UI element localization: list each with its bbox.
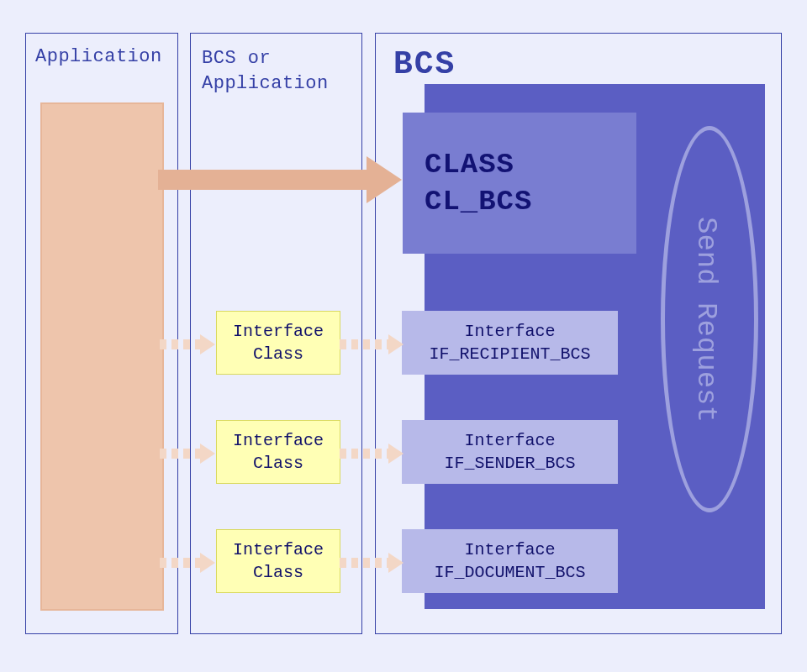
- arrow-shaft: [340, 339, 388, 349]
- arrow-iface3-to-document: [340, 553, 405, 573]
- bcs-interface-sender: Interface IF_SENDER_BCS: [402, 420, 618, 484]
- interface-class-line1: Interface: [217, 320, 340, 343]
- interface-class-line1: Interface: [217, 538, 340, 561]
- arrow-shaft: [340, 449, 388, 459]
- arrow-head-icon: [200, 553, 215, 573]
- bcs-interface-line1: Interface: [402, 538, 618, 561]
- arrow-head-icon: [388, 553, 404, 573]
- column-middle-title: BCS or Application: [202, 46, 329, 96]
- bcs-interface-line1: Interface: [402, 320, 618, 343]
- arrow-head-icon: [367, 156, 402, 203]
- arrow-head-icon: [388, 334, 404, 354]
- arrow-iface2-to-sender: [340, 444, 405, 464]
- column-application-title: Application: [35, 46, 162, 67]
- column-bcs-title: BCS: [393, 46, 456, 82]
- interface-class-line2: Class: [217, 561, 340, 584]
- class-box-line1: CLASS: [425, 146, 635, 183]
- diagram-stage: Application BCS or Application BCS CLASS…: [0, 0, 807, 672]
- bcs-interface-line2: IF_RECIPIENT_BCS: [402, 343, 618, 365]
- arrow-app-to-iface3: [160, 553, 217, 573]
- arrow-shaft: [160, 558, 200, 568]
- interface-class-line1: Interface: [217, 429, 340, 452]
- interface-class-line2: Class: [217, 452, 340, 475]
- arrow-head-icon: [388, 444, 404, 464]
- bcs-interface-line1: Interface: [402, 429, 618, 452]
- arrow-head-icon: [200, 334, 215, 354]
- arrow-iface1-to-recipient: [340, 334, 405, 354]
- interface-class-box-2: Interface Class: [216, 420, 340, 484]
- arrow-shaft: [158, 170, 368, 190]
- arrow-app-to-iface2: [160, 444, 217, 464]
- class-box-line2: CL_BCS: [425, 183, 635, 220]
- arrow-shaft: [160, 339, 200, 349]
- bcs-interface-recipient: Interface IF_RECIPIENT_BCS: [402, 311, 618, 375]
- application-body-bar: [40, 102, 164, 611]
- arrow-shaft: [160, 449, 200, 459]
- bcs-interface-line2: IF_SENDER_BCS: [402, 452, 618, 475]
- bcs-interface-line2: IF_DOCUMENT_BCS: [402, 561, 618, 584]
- interface-class-box-3: Interface Class: [216, 529, 340, 593]
- arrow-shaft: [340, 558, 388, 568]
- bcs-interface-document: Interface IF_DOCUMENT_BCS: [402, 529, 618, 593]
- interface-class-line2: Class: [217, 343, 340, 365]
- arrow-head-icon: [200, 444, 215, 464]
- class-cl-bcs-box: CLASS CL_BCS: [403, 113, 636, 254]
- arrow-application-to-clbcs: [158, 156, 404, 203]
- arrow-app-to-iface1: [160, 334, 217, 354]
- interface-class-box-1: Interface Class: [216, 311, 340, 375]
- send-request-label: Send Request: [681, 168, 731, 470]
